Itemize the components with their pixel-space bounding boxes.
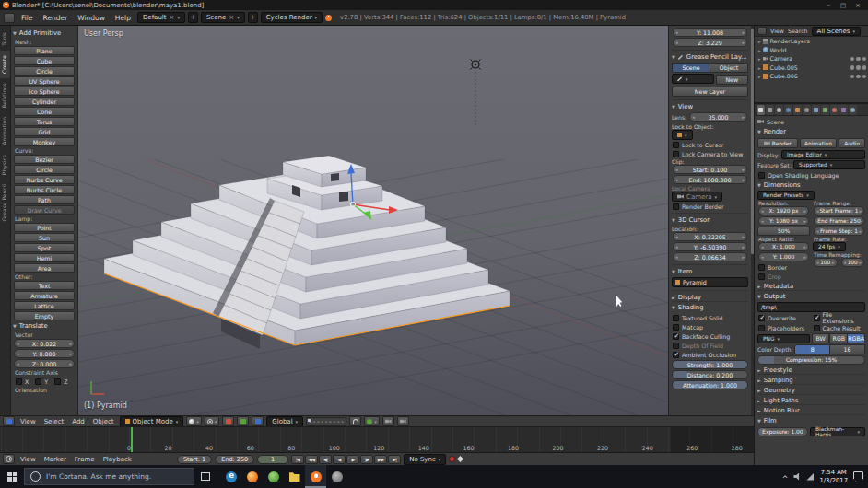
checkbox-icon[interactable] [673, 203, 679, 210]
frame-rate-selector[interactable]: 24 fps [813, 242, 846, 251]
menu-file[interactable]: File [18, 13, 37, 23]
viewport-menu-add[interactable]: Add [69, 417, 88, 426]
constraint-z-checkbox[interactable]: Z [54, 377, 67, 386]
collapsed-panel-header[interactable]: Sampling [757, 376, 865, 385]
playback-button[interactable]: ▶ [346, 455, 359, 464]
grease-datablock-selector[interactable] [672, 74, 714, 84]
render-animation-button[interactable]: Animation [800, 138, 838, 148]
textured-solid-checkbox[interactable]: Textured Solid [673, 313, 747, 322]
viewport-menu-select[interactable]: Select [41, 417, 67, 426]
aspect-y-field[interactable]: Y: 1.000 [758, 252, 809, 261]
taskbar-app-firefox[interactable] [241, 465, 263, 488]
resolution-y-field[interactable]: Y: 1080 px [758, 216, 809, 226]
manipulator-rotate-button[interactable] [237, 416, 249, 426]
timeline-editor-type-button[interactable] [3, 454, 15, 464]
checkbox-icon[interactable] [16, 378, 22, 385]
layers-widget[interactable] [306, 417, 346, 426]
taskbar-app-gimp[interactable] [326, 465, 347, 488]
lock-camera-checkbox[interactable]: Lock Camera to View [673, 149, 747, 158]
outliner-row-camera[interactable]: Camera [755, 54, 868, 64]
translate-z-field[interactable]: Z: 0.000 [14, 359, 75, 368]
grease-scene-toggle[interactable]: Scene [672, 63, 710, 73]
playback-button[interactable]: ◀| [319, 455, 332, 464]
panel-header-3d-cursor[interactable]: 3D Cursor [672, 215, 748, 225]
checkbox-icon[interactable] [814, 315, 820, 321]
color-mode-rgb[interactable]: RGB [829, 333, 848, 343]
playback-button[interactable]: ▶| [388, 455, 401, 464]
render-engine-selector[interactable]: Cycles Render [261, 12, 323, 23]
props-tab-material[interactable] [830, 105, 839, 115]
screen-layout-selector[interactable]: Default [137, 12, 185, 23]
timeline-menu-view[interactable]: View [18, 455, 39, 464]
render-display-selector[interactable]: Image Editor [781, 150, 865, 159]
collapsed-panel-header[interactable]: Light Paths [757, 396, 865, 405]
timeline-menu-frame[interactable]: Frame [72, 455, 98, 464]
transform-z-field[interactable]: Z: 3.229 [673, 38, 747, 47]
add-layout-button[interactable] [188, 12, 198, 23]
object-name-field[interactable]: Pyramid [672, 277, 748, 287]
viewport-menu-view[interactable]: View [18, 417, 39, 426]
add-mesh-button[interactable]: Monkey [14, 137, 75, 146]
snap-toggle-button[interactable] [349, 416, 361, 426]
manipulator-scale-button[interactable] [252, 416, 264, 426]
taskbar-app-edge[interactable] [220, 465, 241, 488]
translate-x-field[interactable]: X: 0.022 [14, 339, 75, 348]
add-mesh-button[interactable]: UV Sphere [14, 76, 75, 86]
add-curve-button[interactable]: Path [14, 195, 75, 204]
outliner-row-cube005[interactable]: Cube.005 [755, 64, 868, 73]
disclosure-icon[interactable] [758, 55, 761, 62]
color-mode-bw[interactable]: BW [812, 333, 830, 343]
add-lamp-button[interactable]: Point [14, 223, 75, 232]
checkbox-icon[interactable] [758, 172, 765, 179]
shelf-tab-grease-pencil[interactable]: Grease Pencil [0, 180, 10, 227]
taskbar-clock[interactable]: 7:54 AM1/3/2017 [819, 469, 848, 485]
frame-end-field[interactable]: End: 250 [215, 455, 254, 464]
clip-start-field[interactable]: Start: 0.100 [673, 165, 747, 174]
close-icon[interactable] [170, 14, 175, 21]
visibility-toggle-icon[interactable] [850, 57, 855, 62]
keying-set-icon[interactable] [457, 456, 463, 462]
add-curve-button[interactable]: Nurbs Circle [14, 185, 75, 194]
panel-header-translate[interactable]: Translate [13, 321, 76, 331]
border-checkbox[interactable]: Border [758, 262, 809, 272]
crop-checkbox[interactable]: Crop [758, 272, 809, 281]
selectability-toggle-icon[interactable] [856, 57, 861, 62]
checkbox-icon[interactable] [673, 142, 679, 148]
renderability-toggle-icon[interactable] [862, 57, 867, 62]
lamp-object[interactable] [471, 60, 481, 126]
panel-header-display[interactable]: Display [672, 293, 748, 302]
lock-object-selector[interactable] [672, 130, 693, 140]
add-other-button[interactable]: Empty [14, 311, 75, 320]
add-other-button[interactable]: Armature [14, 291, 75, 300]
volume-icon[interactable] [793, 473, 801, 481]
outliner-menu-view[interactable]: View [770, 28, 784, 34]
exposure-slider[interactable]: Exposure: 1.00 [757, 427, 808, 436]
close-icon[interactable] [229, 14, 234, 21]
resolution-percentage-button[interactable]: 50% [757, 227, 810, 236]
add-mesh-button[interactable]: Grid [14, 127, 75, 136]
ambient-occlusion-checkbox[interactable]: Ambient Occlusion [673, 350, 747, 359]
auto-keyframe-button[interactable] [449, 456, 455, 462]
outliner-menu-search[interactable]: Search [788, 28, 808, 34]
viewport-shading-selector[interactable] [186, 416, 202, 426]
panel-header-grease-pencil[interactable]: Grease Pencil Lay... [672, 52, 748, 62]
checkbox-icon[interactable] [758, 273, 765, 280]
start-button[interactable] [0, 465, 24, 488]
menu-window[interactable]: Window [74, 13, 109, 23]
opengl-render-button[interactable] [382, 416, 394, 426]
checkbox-icon[interactable] [673, 352, 679, 358]
panel-header-render[interactable]: Render [757, 127, 865, 136]
add-mesh-button[interactable]: Cube [14, 56, 75, 65]
renderability-toggle-icon[interactable] [862, 75, 867, 79]
checkbox-icon[interactable] [758, 315, 765, 321]
add-mesh-button[interactable]: Cone [14, 107, 75, 116]
taskbar-app-blender[interactable] [305, 465, 326, 488]
cursor-z-field[interactable]: Z: 0.06634 [673, 252, 747, 261]
shelf-tab-create[interactable]: Create [0, 51, 10, 78]
add-curve-button[interactable]: Bezier [14, 155, 75, 164]
playback-button[interactable]: |◀ [291, 455, 304, 464]
playback-button[interactable]: ◀ [333, 455, 346, 464]
collapsed-panel-header[interactable]: Freestyle [757, 366, 865, 375]
constraint-x-checkbox[interactable]: X [16, 377, 29, 386]
props-tab-object[interactable] [793, 105, 802, 115]
